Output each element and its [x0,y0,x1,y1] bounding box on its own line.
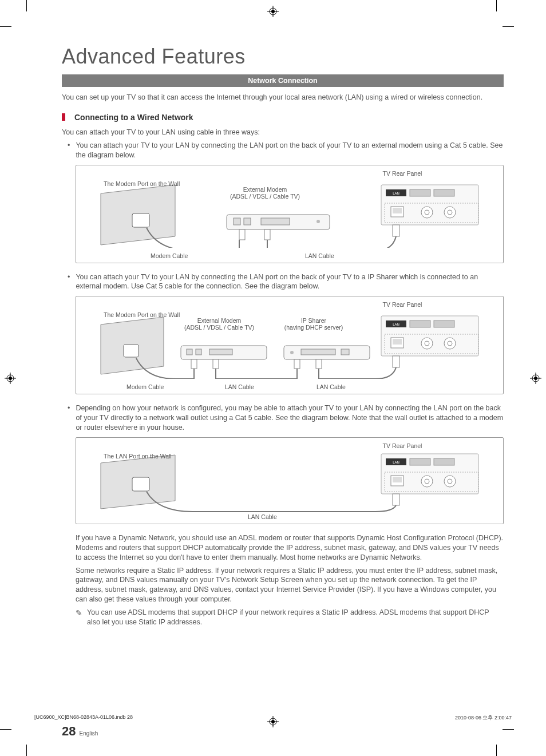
svg-rect-36 [393,225,399,236]
meta-file: [UC6900_XC]BN68-02843A-01L06.indb 28 [34,714,133,722]
svg-rect-48 [341,349,349,355]
sharer-sub-label: (having DHCP server) [276,324,351,331]
svg-point-35 [448,210,452,215]
sharer-title-label: IP Sharer [276,317,351,324]
lan-cable-label: LAN Cable [225,383,254,390]
bullet-item: • Depending on how your network is confi… [62,403,504,433]
diagram-3: TV Rear Panel The LAN Port on the Wall L… [76,437,504,524]
lan-cable-label: LAN Cable [316,383,346,390]
port-lan-label: LAN [393,192,399,195]
bullet-icon: • [68,141,70,160]
svg-rect-19 [234,218,240,225]
svg-rect-57 [393,339,402,345]
svg-rect-64 [132,477,149,491]
modem-sub-label: (ADSL / VDSL / Cable TV) [225,193,305,200]
svg-rect-47 [301,349,335,355]
lan-cable-label: LAN Cable [248,513,277,520]
port-lan-label: LAN [393,461,399,464]
svg-rect-54 [434,320,454,327]
rear-panel-label: TV Rear Panel [351,301,454,308]
note-icon: ✎ [76,608,82,627]
lan-cable-label: LAN Cable [305,252,334,259]
bullet-text: You can attach your TV to your LAN by co… [76,141,504,160]
svg-rect-20 [244,218,251,225]
modem-sub-label: (ADSL / VDSL / Cable TV) [179,324,259,331]
svg-rect-50 [316,359,322,369]
wall-label: The LAN Port on the Wall [104,453,172,460]
registration-mark-icon [267,6,279,17]
port-lan-label: LAN [393,323,399,326]
svg-rect-23 [239,229,245,240]
rear-panel-label: TV Rear Panel [351,170,454,177]
accent-block-icon [62,113,65,121]
svg-rect-31 [393,208,402,213]
crop-mark [503,729,514,730]
meta-timestamp: 2010-08-06 오후 2:00:47 [455,714,512,722]
svg-rect-41 [196,349,201,355]
svg-point-46 [290,351,294,354]
svg-point-75 [448,479,452,484]
svg-rect-21 [261,218,290,225]
svg-rect-76 [393,494,399,505]
bullet-icon: • [68,403,70,433]
bullet-item: • You can attach your TV to your LAN by … [62,272,504,292]
page-language: English [79,730,98,737]
intro-text: You can set up your TV so that it can ac… [62,93,504,102]
svg-point-33 [425,210,429,215]
section-bar-label: Network Connection [248,77,318,85]
modem-title-label: External Modem [179,317,259,324]
svg-rect-38 [124,345,139,357]
crop-mark [26,0,27,11]
rear-panel-label: TV Rear Panel [351,442,454,449]
svg-point-22 [316,220,320,223]
paragraph-dhcp: If you have a Dynamic Network, you shoul… [62,533,504,563]
diagram-2: TV Rear Panel The Modem Port on the Wall… [76,296,504,394]
svg-rect-53 [410,320,430,327]
print-meta-footer: [UC6900_XC]BN68-02843A-01L06.indb 28 201… [34,714,512,722]
crop-mark [0,729,11,730]
modem-cable-label: Modem Cable [151,252,188,259]
svg-rect-24 [264,229,270,240]
svg-rect-71 [393,477,402,482]
section-bar: Network Connection [62,74,504,87]
svg-point-61 [448,341,452,346]
wall-label: The Modem Port on the Wall [104,311,180,318]
svg-rect-28 [434,189,454,196]
registration-mark-icon [530,373,541,384]
svg-rect-68 [434,458,454,465]
wall-label: The Modem Port on the Wall [104,180,180,187]
svg-rect-43 [191,359,197,369]
svg-rect-17 [132,213,149,227]
modem-cable-label: Modem Cable [126,383,164,390]
svg-rect-44 [213,359,219,369]
svg-point-59 [425,341,429,346]
crop-mark [496,0,497,11]
subsection-title: Connecting to a Wired Network [74,113,193,122]
registration-mark-icon [5,373,16,384]
crop-mark [496,745,497,756]
svg-point-73 [425,479,429,484]
crop-mark [0,26,11,27]
svg-rect-67 [410,458,430,465]
page-title: Advanced Features [62,45,504,69]
svg-rect-62 [393,356,399,367]
bullet-icon: • [68,272,70,292]
note-text: You can use ADSL modems that support DHC… [87,608,504,627]
crop-mark [503,26,514,27]
svg-rect-40 [187,349,192,355]
bullet-text: You can attach your TV to your LAN by co… [76,272,504,292]
svg-rect-27 [410,189,430,196]
svg-rect-49 [294,359,300,369]
crop-mark [26,745,27,756]
page-number: 28 [62,724,76,739]
svg-rect-42 [209,349,232,355]
paragraph-static: Some networks require a Static IP addres… [62,566,504,605]
modem-title-label: External Modem [225,186,305,193]
page-footer: 28 English [62,724,98,739]
diagram-1: TV Rear Panel The Modem Port on the Wall… [76,165,504,263]
note-row: ✎ You can use ADSL modems that support D… [62,608,504,627]
page-content: Advanced Features Network Connection You… [62,45,504,627]
bullet-item: • You can attach your TV to your LAN by … [62,141,504,160]
bullet-text: Depending on how your network is configu… [76,403,504,433]
subsection-header: Connecting to a Wired Network [62,113,504,122]
